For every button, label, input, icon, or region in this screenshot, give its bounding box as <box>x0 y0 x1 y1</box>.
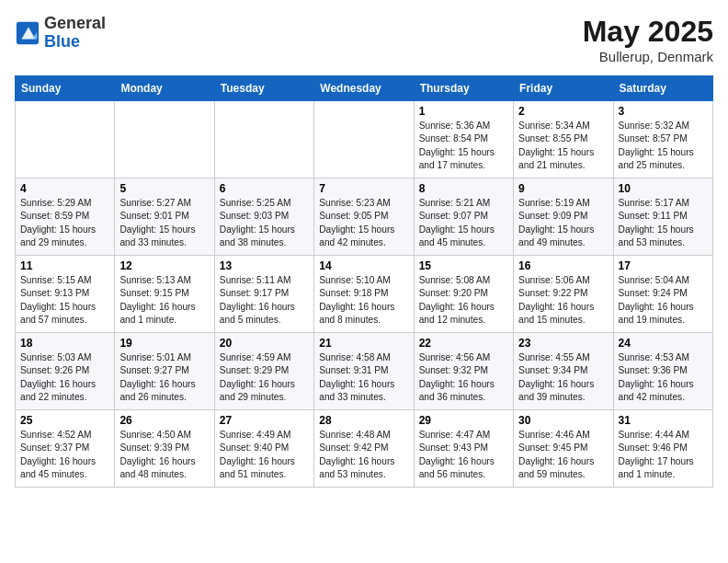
cell-detail: Sunrise: 5:17 AM <box>619 197 708 210</box>
cell-detail: Sunrise: 5:03 AM <box>20 351 109 364</box>
day-number: 29 <box>419 414 508 427</box>
day-number: 18 <box>20 337 109 350</box>
logo: General Blue <box>15 15 106 52</box>
cell-detail: Sunrise: 4:47 AM <box>419 429 508 442</box>
day-number: 3 <box>619 105 708 118</box>
cell-detail: Daylight: 16 hours and 1 minute. <box>119 301 209 327</box>
cell-detail: Sunset: 9:05 PM <box>319 210 408 223</box>
cell-detail: Daylight: 16 hours and 51 minutes. <box>220 455 309 482</box>
cell-detail: Sunset: 9:20 PM <box>419 287 508 300</box>
cell-detail: Sunset: 9:39 PM <box>119 442 209 454</box>
day-number: 9 <box>518 182 608 195</box>
calendar-cell: 3Sunrise: 5:32 AMSunset: 8:57 PMDaylight… <box>613 101 712 178</box>
calendar-cell: 31Sunrise: 4:44 AMSunset: 9:46 PMDayligh… <box>613 410 712 488</box>
calendar-cell <box>115 101 214 178</box>
day-number: 19 <box>119 337 209 350</box>
cell-detail: Sunset: 9:26 PM <box>20 364 109 377</box>
logo-icon <box>15 20 40 46</box>
cell-detail: Sunset: 9:01 PM <box>119 210 209 223</box>
cell-detail: Sunset: 9:17 PM <box>220 287 309 300</box>
cell-detail: Sunrise: 4:50 AM <box>119 429 209 442</box>
day-number: 25 <box>20 414 109 427</box>
calendar-cell: 13Sunrise: 5:11 AMSunset: 9:17 PMDayligh… <box>214 256 313 333</box>
day-number: 30 <box>518 414 608 427</box>
cell-detail: Sunrise: 5:23 AM <box>319 197 408 210</box>
cell-detail: Sunrise: 5:19 AM <box>518 197 608 210</box>
cell-detail: Daylight: 16 hours and 45 minutes. <box>20 455 109 482</box>
cell-detail: Sunrise: 4:53 AM <box>619 351 708 364</box>
logo-text: General Blue <box>44 15 106 52</box>
calendar-title: May 2025 <box>583 15 713 49</box>
calendar-cell: 1Sunrise: 5:36 AMSunset: 8:54 PMDaylight… <box>414 101 513 178</box>
cell-detail: Daylight: 16 hours and 39 minutes. <box>518 378 608 405</box>
cell-detail: Sunset: 9:42 PM <box>319 442 408 454</box>
cell-detail: Daylight: 15 hours and 38 minutes. <box>220 224 309 250</box>
cell-detail: Sunrise: 5:32 AM <box>619 120 708 132</box>
cell-detail: Daylight: 16 hours and 33 minutes. <box>319 378 408 405</box>
calendar-cell: 16Sunrise: 5:06 AMSunset: 9:22 PMDayligh… <box>514 256 613 333</box>
calendar-cell <box>314 101 414 178</box>
column-header-sunday: Sunday <box>16 76 115 101</box>
cell-detail: Sunset: 9:03 PM <box>220 210 309 223</box>
column-header-thursday: Thursday <box>414 76 513 101</box>
cell-detail: Sunrise: 4:55 AM <box>518 351 608 364</box>
calendar-cell: 21Sunrise: 4:58 AMSunset: 9:31 PMDayligh… <box>314 333 414 410</box>
cell-detail: Daylight: 16 hours and 12 minutes. <box>419 301 508 327</box>
calendar-cell: 9Sunrise: 5:19 AMSunset: 9:09 PMDaylight… <box>514 178 613 256</box>
calendar-table: SundayMondayTuesdayWednesdayThursdayFrid… <box>15 75 713 488</box>
cell-detail: Daylight: 15 hours and 21 minutes. <box>518 146 608 173</box>
cell-detail: Daylight: 16 hours and 56 minutes. <box>419 455 508 482</box>
cell-detail: Sunset: 8:57 PM <box>619 132 708 145</box>
day-number: 23 <box>518 337 608 350</box>
calendar-cell: 30Sunrise: 4:46 AMSunset: 9:45 PMDayligh… <box>514 410 613 488</box>
cell-detail: Sunrise: 5:08 AM <box>419 274 508 287</box>
day-number: 12 <box>119 259 209 272</box>
calendar-cell: 19Sunrise: 5:01 AMSunset: 9:27 PMDayligh… <box>115 333 214 410</box>
cell-detail: Sunrise: 4:44 AM <box>619 429 708 442</box>
calendar-cell: 4Sunrise: 5:29 AMSunset: 8:59 PMDaylight… <box>16 178 115 256</box>
cell-detail: Daylight: 16 hours and 5 minutes. <box>220 301 309 327</box>
day-number: 13 <box>220 259 309 272</box>
cell-detail: Sunset: 8:55 PM <box>518 132 608 145</box>
page-header: General Blue May 2025 Bullerup, Denmark <box>15 15 713 64</box>
cell-detail: Sunset: 9:31 PM <box>319 364 408 377</box>
calendar-cell: 29Sunrise: 4:47 AMSunset: 9:43 PMDayligh… <box>414 410 513 488</box>
column-header-wednesday: Wednesday <box>314 76 414 101</box>
calendar-week-2: 4Sunrise: 5:29 AMSunset: 8:59 PMDaylight… <box>16 178 713 256</box>
cell-detail: Sunset: 9:13 PM <box>20 287 109 300</box>
cell-detail: Daylight: 15 hours and 49 minutes. <box>518 224 608 250</box>
cell-detail: Sunrise: 5:34 AM <box>518 120 608 132</box>
cell-detail: Sunrise: 4:48 AM <box>319 429 408 442</box>
cell-detail: Daylight: 16 hours and 42 minutes. <box>619 378 708 405</box>
calendar-cell: 24Sunrise: 4:53 AMSunset: 9:36 PMDayligh… <box>613 333 712 410</box>
day-number: 7 <box>319 182 408 195</box>
calendar-cell: 5Sunrise: 5:27 AMSunset: 9:01 PMDaylight… <box>115 178 214 256</box>
cell-detail: Sunrise: 5:13 AM <box>119 274 209 287</box>
cell-detail: Sunset: 9:18 PM <box>319 287 408 300</box>
cell-detail: Daylight: 16 hours and 8 minutes. <box>319 301 408 327</box>
day-number: 1 <box>419 105 508 118</box>
cell-detail: Sunset: 9:22 PM <box>518 287 608 300</box>
cell-detail: Daylight: 16 hours and 26 minutes. <box>119 378 209 405</box>
day-number: 15 <box>419 259 508 272</box>
cell-detail: Sunset: 9:24 PM <box>619 287 708 300</box>
day-number: 17 <box>619 259 708 272</box>
calendar-cell: 8Sunrise: 5:21 AMSunset: 9:07 PMDaylight… <box>414 178 513 256</box>
cell-detail: Sunrise: 4:46 AM <box>518 429 608 442</box>
cell-detail: Sunset: 9:40 PM <box>220 442 309 454</box>
cell-detail: Sunset: 8:59 PM <box>20 210 109 223</box>
cell-detail: Sunrise: 5:27 AM <box>119 197 209 210</box>
calendar-cell: 17Sunrise: 5:04 AMSunset: 9:24 PMDayligh… <box>613 256 712 333</box>
day-number: 4 <box>20 182 109 195</box>
cell-detail: Sunrise: 5:36 AM <box>419 120 508 132</box>
calendar-cell: 26Sunrise: 4:50 AMSunset: 9:39 PMDayligh… <box>115 410 214 488</box>
calendar-cell: 18Sunrise: 5:03 AMSunset: 9:26 PMDayligh… <box>16 333 115 410</box>
cell-detail: Sunset: 8:54 PM <box>419 132 508 145</box>
calendar-cell: 22Sunrise: 4:56 AMSunset: 9:32 PMDayligh… <box>414 333 513 410</box>
day-number: 16 <box>518 259 608 272</box>
day-number: 22 <box>419 337 508 350</box>
calendar-week-5: 25Sunrise: 4:52 AMSunset: 9:37 PMDayligh… <box>16 410 713 488</box>
day-number: 20 <box>220 337 309 350</box>
cell-detail: Daylight: 15 hours and 45 minutes. <box>419 224 508 250</box>
cell-detail: Daylight: 15 hours and 53 minutes. <box>619 224 708 250</box>
